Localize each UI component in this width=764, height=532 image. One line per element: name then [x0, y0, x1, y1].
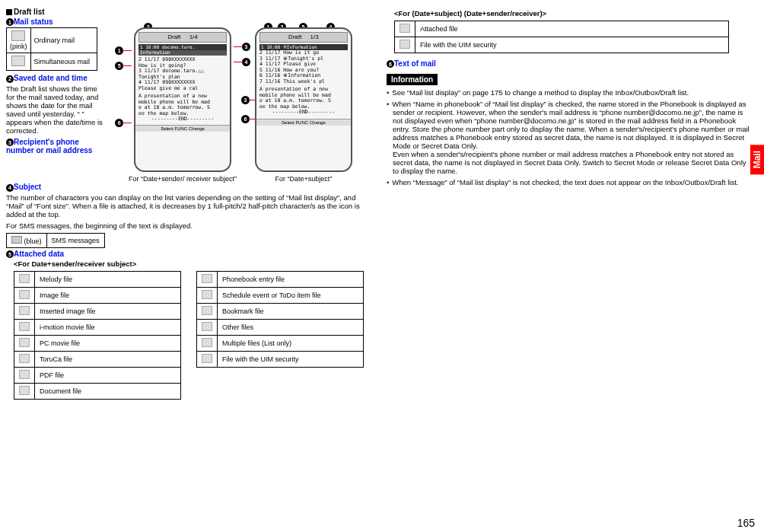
badge-6-icon: 6: [387, 60, 394, 68]
pdf-icon: [19, 370, 30, 379]
pcmovie-icon: [19, 338, 30, 347]
saved-date-text: The Draft list shows the time for the ma…: [6, 84, 105, 135]
uim-file-icon: [400, 40, 410, 49]
info-bullet-2: When “Name in phonebook” of “Mail list d…: [387, 100, 752, 175]
sms-text: For SMS messages, the beginning of the t…: [6, 221, 371, 230]
simul-mail-label: Simultaneous mail: [30, 53, 97, 71]
phone1-caption: For “Date+sender/ receiver subject”: [129, 175, 237, 183]
uim-icon: [202, 354, 212, 363]
information-list: See “Mail list display” on page 175 to c…: [387, 88, 752, 186]
document-icon: [19, 386, 30, 395]
subject-text: The number of characters you can display…: [6, 193, 371, 218]
text-of-mail-heading: 6Text of mail: [387, 59, 752, 68]
inserted-image-icon: [19, 306, 30, 315]
attached-data-heading: 5Attached data: [6, 250, 371, 258]
info-bullet-1: See “Mail list display” on page 175 to c…: [387, 88, 752, 97]
side-tab-mail: Mail: [750, 145, 764, 174]
simul-mail-icon: [11, 56, 25, 66]
phone-mock-2: 1 2 5 4 3 6 Draft 1/3 1 10:0: [255, 27, 352, 183]
badge-2-icon: 2: [6, 75, 14, 83]
information-heading: Information: [387, 74, 438, 85]
phone2-caption: For “Date+subject”: [255, 175, 352, 183]
toruca-icon: [19, 354, 30, 363]
bookmark-icon: [202, 306, 212, 315]
badge-3-icon: 3: [6, 139, 14, 146]
phone-mock-1: 1 5 2 3 4 6 Draft 1/4 1 10:0: [129, 27, 237, 183]
file-table-left: Melody file Image file Inserted image fi…: [14, 271, 181, 400]
attached-file-icon: [400, 24, 410, 33]
phonebook-icon: [202, 274, 212, 283]
imotion-icon: [19, 322, 30, 331]
badge-5-icon: 5: [6, 250, 14, 258]
right-table: Attached file File with the UIM security: [394, 21, 729, 53]
badge-1-icon: 1: [6, 18, 14, 26]
badge-4-icon: 4: [6, 184, 14, 192]
info-bullet-3: When “Message” of “Mail list display” is…: [387, 178, 752, 186]
saved-date-heading: 2Saved date and time: [6, 74, 105, 82]
callout-4-icon: 4: [242, 58, 250, 66]
file-table-right: Phonebook entry file Schedule event or T…: [196, 271, 364, 368]
melody-icon: [19, 274, 30, 283]
for-dsr-label: <For Date+sender/receiver subject>: [14, 260, 371, 268]
recipient-heading: 3Recipient's phone number or mail addres…: [6, 138, 105, 155]
mail-status-table: (pink) Ordinary mail Simultaneous mail: [6, 27, 97, 71]
mail-icon: [11, 30, 25, 41]
image-icon: [19, 290, 30, 299]
sms-table: (blue) SMS messages: [6, 233, 105, 248]
for-datesubject-heading: <For (Date+subject) (Date+sender/receive…: [394, 9, 752, 18]
page-number: 165: [737, 517, 755, 529]
ordinary-mail-label: Ordinary mail: [30, 28, 97, 53]
sms-icon: [11, 236, 22, 244]
pink-label: (pink): [10, 43, 27, 50]
schedule-icon: [202, 290, 212, 299]
subject-heading: 4Subject: [6, 183, 371, 191]
other-icon: [202, 322, 212, 331]
mail-status-heading: 1Mail status: [6, 18, 371, 26]
draft-list-title: Draft list: [6, 8, 371, 16]
callout-3-icon: 3: [242, 43, 250, 51]
multi-icon: [202, 338, 212, 347]
